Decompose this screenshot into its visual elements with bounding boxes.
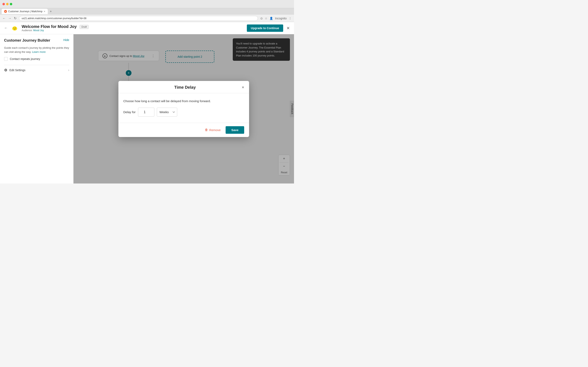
address-bar: ← → ↻ us21.admin.mailchimp.com/customer-…	[0, 15, 294, 22]
sidebar: Customer Journey Builder Hide Guide each…	[0, 34, 73, 184]
contact-repeats-row: Contact repeats journey	[4, 57, 69, 61]
close-topbar-button[interactable]: ✕	[286, 26, 290, 31]
new-tab-button[interactable]: +	[49, 9, 53, 13]
back-nav-button[interactable]: ←	[4, 26, 8, 30]
browser-chrome	[0, 0, 294, 8]
cast-icon: ⊙	[260, 17, 263, 20]
page-title-section: Welcome Flow for Mood Joy Draft Audience…	[22, 24, 243, 32]
address-icons: ⊙ ☆ 👤 Incognito ⋮	[260, 17, 292, 20]
top-bar: ← Welcome Flow for Mood Joy Draft Audien…	[0, 22, 294, 34]
chevron-right-icon: ›	[68, 68, 69, 72]
remove-button[interactable]: 🗑 Remove	[202, 126, 223, 133]
learn-more-link[interactable]: Learn more	[32, 50, 45, 53]
svg-point-2	[14, 27, 14, 28]
page-title: Welcome Flow for Mood Joy Draft	[22, 24, 243, 29]
tab-bar: M Customer Journeys | Mailchimp × +	[0, 8, 294, 15]
page-title-text: Welcome Flow for Mood Joy	[22, 24, 77, 29]
audience-label: Audience: Mood Joy	[22, 29, 243, 32]
contact-repeats-label: Contact repeats journey	[10, 57, 40, 60]
close-dot[interactable]	[2, 3, 5, 5]
mailchimp-logo	[11, 25, 18, 32]
upgrade-button[interactable]: Upgrade to Continue	[247, 25, 283, 32]
incognito-label: Incognito	[275, 17, 287, 20]
fullscreen-dot[interactable]	[10, 3, 12, 5]
edit-settings-label: Edit Settings	[9, 68, 66, 72]
audience-link[interactable]: Mood Joy	[33, 29, 44, 32]
more-options-icon[interactable]: ⋮	[289, 17, 292, 20]
time-delay-modal: Time Delay × Choose how long a contact w…	[118, 81, 249, 137]
svg-point-1	[13, 26, 17, 30]
profile-icon[interactable]: 👤	[269, 17, 273, 20]
modal-footer: 🗑 Remove Save	[118, 123, 249, 137]
tab-favicon: M	[4, 10, 7, 13]
tab-close-button[interactable]: ×	[44, 10, 45, 13]
browser-dots	[2, 3, 12, 5]
tab-title: Customer Journeys | Mailchimp	[8, 10, 43, 13]
back-button[interactable]: ←	[2, 17, 6, 20]
modal-title: Time Delay	[128, 85, 242, 90]
modal-close-button[interactable]: ×	[242, 85, 244, 90]
journey-canvas: You'll need to upgrade to activate a Cus…	[73, 34, 294, 184]
delay-label: Delay for	[123, 110, 136, 114]
draft-badge: Draft	[80, 25, 89, 29]
minimize-dot[interactable]	[6, 3, 9, 5]
contact-repeats-checkbox[interactable]	[4, 57, 8, 61]
modal-description: Choose how long a contact will be delaye…	[123, 99, 244, 103]
sidebar-title: Customer Journey Builder	[4, 38, 50, 43]
gear-icon: ⚙	[4, 68, 7, 72]
star-icon[interactable]: ☆	[265, 17, 268, 20]
modal-header: Time Delay ×	[118, 81, 249, 93]
svg-point-3	[15, 27, 16, 28]
modal-overlay: Time Delay × Choose how long a contact w…	[73, 34, 294, 184]
app-container: ← Welcome Flow for Mood Joy Draft Audien…	[0, 22, 294, 184]
edit-settings-row[interactable]: ⚙ Edit Settings ›	[4, 65, 69, 75]
hide-button[interactable]: Hide	[63, 38, 69, 42]
forward-button[interactable]: →	[8, 17, 11, 20]
modal-body: Choose how long a contact will be delaye…	[118, 93, 249, 123]
address-input[interactable]: us21.admin.mailchimp.com/customer-journe…	[19, 16, 258, 21]
main-content: Customer Journey Builder Hide Guide each…	[0, 34, 294, 184]
delay-row: Delay for Minutes Hours Days Weeks Month…	[123, 108, 244, 117]
trash-icon: 🗑	[205, 128, 208, 132]
sidebar-header: Customer Journey Builder Hide	[4, 38, 69, 44]
delay-value-input[interactable]	[138, 108, 154, 117]
delay-unit-select[interactable]: Minutes Hours Days Weeks Months	[157, 108, 177, 117]
address-text: us21.admin.mailchimp.com/customer-journe…	[22, 17, 86, 20]
browser-tab[interactable]: M Customer Journeys | Mailchimp ×	[2, 9, 48, 14]
save-button[interactable]: Save	[226, 126, 244, 134]
refresh-button[interactable]: ↻	[14, 16, 17, 20]
sidebar-description: Guide each contact's journey by plotting…	[4, 46, 69, 54]
